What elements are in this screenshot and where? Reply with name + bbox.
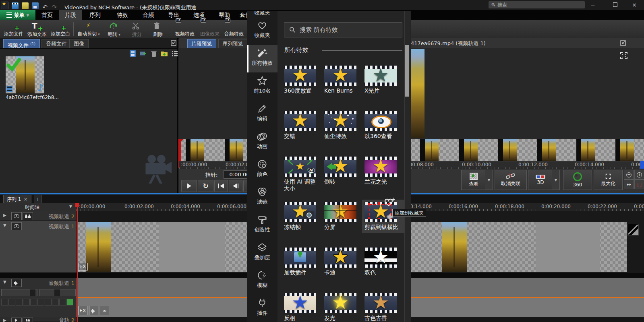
- sidebar-item-palette[interactable]: 颜色: [247, 156, 277, 184]
- sequence-tab[interactable]: 序列 1×: [3, 195, 31, 204]
- track-group-button[interactable]: [23, 318, 33, 322]
- playhead[interactable]: [77, 203, 78, 322]
- sidebar-item-motion[interactable]: 动画: [247, 128, 277, 156]
- tab-clip-preview[interactable]: 片段预览: [187, 39, 216, 48]
- effect-item[interactable]: ★发光: [324, 293, 363, 322]
- effect-item[interactable]: 以360查看: [364, 111, 403, 140]
- add-blank-button[interactable]: 添加空白: [49, 21, 72, 37]
- delete-button[interactable]: 删除: [148, 21, 168, 37]
- video-fx-button[interactable]: 视频特效: [173, 21, 197, 37]
- effect-item[interactable]: 加载插件: [284, 248, 323, 276]
- track-mute-button[interactable]: [11, 279, 22, 287]
- tab-sequence-preview[interactable]: 序列预览: [218, 39, 247, 48]
- audio-fx-button[interactable]: 音频特效: [222, 21, 246, 37]
- flip-button[interactable]: 翻转▾: [103, 21, 125, 37]
- tab-audio-files[interactable]: 音频文件: [41, 39, 71, 48]
- effect-item[interactable]: ★360度放置: [284, 66, 323, 94]
- track-mute-button[interactable]: [11, 318, 22, 322]
- collapse-icon[interactable]: ▼: [3, 223, 6, 227]
- sidebar-item-wand[interactable]: 所有特效: [247, 45, 277, 72]
- expand-icon[interactable]: ▶: [3, 213, 6, 217]
- add-favorite-heart-icon[interactable]: [383, 196, 396, 207]
- fx-badge[interactable]: FX: [78, 263, 88, 270]
- link-badge[interactable]: ∞: [100, 306, 109, 315]
- auto-cut-button[interactable]: ⚡︎ 自动剪切▾: [76, 21, 101, 37]
- new-project-icon[interactable]: [12, 2, 19, 9]
- menu-tab-home[interactable]: 首页: [39, 10, 56, 20]
- volume-slider[interactable]: [1, 289, 37, 296]
- add-sequence-button[interactable]: +: [34, 195, 42, 204]
- effect-item[interactable]: ★仙尘特效: [324, 111, 363, 140]
- menu-tab-sequence[interactable]: 序列: [87, 10, 104, 20]
- effect-item[interactable]: ★分屏: [324, 202, 363, 231]
- track-header-audio1[interactable]: ▼ 音频轨道 1: [0, 278, 77, 317]
- slider-knob[interactable]: [54, 289, 60, 296]
- effect-item[interactable]: ★兰花之光: [364, 157, 403, 185]
- split-button[interactable]: 拆分: [127, 21, 147, 37]
- fullscreen-icon[interactable]: [619, 51, 628, 60]
- 3d-dropdown[interactable]: ▼: [552, 170, 560, 190]
- effect-item[interactable]: ★Ken Burns: [324, 66, 363, 94]
- go-to-start-button[interactable]: [214, 180, 228, 192]
- track-header-video1[interactable]: ▼ 视频轨道 1: [0, 221, 77, 273]
- unlink-button[interactable]: 取消关联: [495, 170, 527, 190]
- sidebar-item-pencil[interactable]: 编辑: [247, 101, 277, 128]
- expand-icon[interactable]: ▶: [3, 318, 6, 322]
- fx-badge[interactable]: FX: [78, 306, 87, 315]
- sidebar-item-heart[interactable]: 收藏夹: [247, 17, 277, 45]
- play-button[interactable]: [181, 180, 197, 192]
- effect-item[interactable]: ★倒转: [324, 157, 363, 185]
- effect-item[interactable]: ★X光片: [364, 66, 403, 94]
- menu-button[interactable]: 菜单 ▼: [0, 10, 35, 20]
- timeline-ruler-header[interactable]: 时间轴 ▼: [0, 203, 77, 211]
- loop-button[interactable]: ↻: [198, 180, 213, 192]
- sidebar-item-star[interactable]: 前10名: [247, 73, 277, 100]
- open-project-icon[interactable]: [22, 2, 29, 9]
- view-dropdown[interactable]: ▼: [485, 170, 493, 190]
- fit-width-button[interactable]: ↔: [624, 180, 634, 189]
- trash-icon[interactable]: [150, 50, 159, 58]
- media-clip-thumbnail[interactable]: ♪: [6, 56, 44, 93]
- sidebar-item-plug[interactable]: 插件: [247, 295, 277, 322]
- add-text-button[interactable]: T 添加文本: [26, 21, 48, 37]
- zoom-out-button[interactable]: −: [624, 170, 634, 180]
- previous-frame-button[interactable]: [229, 180, 242, 192]
- add-file-button[interactable]: 添加文件: [2, 21, 25, 37]
- sidebar-item-brush[interactable]: 创造性: [247, 212, 277, 239]
- save-project-icon[interactable]: [32, 2, 39, 9]
- menu-tab-effects[interactable]: 特效: [114, 10, 131, 20]
- tab-video-files[interactable]: 视频文件 (1): [3, 39, 40, 48]
- undock-icon[interactable]: [620, 40, 626, 46]
- menu-tab-clip[interactable]: 片段: [59, 10, 82, 20]
- effects-search-input[interactable]: 搜索 所有特效: [284, 22, 402, 37]
- undock-icon[interactable]: [171, 40, 176, 46]
- image-fx-button[interactable]: 图像效果: [198, 21, 222, 37]
- trim-end-marker[interactable]: [640, 161, 644, 169]
- track-header-video2[interactable]: ▶ 视频轨道 2: [0, 211, 77, 221]
- export-clip-icon[interactable]: [139, 50, 148, 58]
- region-select-button[interactable]: [ ]: [634, 180, 644, 189]
- view-button[interactable]: 查看: [461, 170, 486, 190]
- track-group-button[interactable]: [23, 212, 33, 220]
- tab-images[interactable]: 图像: [69, 39, 89, 48]
- effect-item[interactable]: ★古色古香: [364, 293, 403, 322]
- speaker-badge[interactable]: [89, 306, 98, 315]
- sidebar-item-filter[interactable]: 滤镜: [247, 184, 277, 211]
- effect-item[interactable]: ★双色: [364, 248, 403, 276]
- list-view-icon[interactable]: [171, 50, 180, 58]
- effect-item[interactable]: ★交错: [284, 111, 323, 140]
- scrollbar-thumb[interactable]: [405, 45, 409, 97]
- maximize-button[interactable]: [608, 0, 622, 10]
- maximize-preview-button[interactable]: 最大化: [594, 170, 623, 190]
- 360-button[interactable]: 360: [563, 170, 592, 190]
- zoom-in-button[interactable]: +: [634, 170, 644, 180]
- menu-tab-audio[interactable]: 音频: [140, 10, 157, 20]
- track-header-audio2[interactable]: ▶ 音轨 2: [0, 317, 77, 322]
- collapse-icon[interactable]: ▼: [3, 280, 6, 284]
- pan-slider[interactable]: [39, 289, 76, 296]
- sidebar-item-layers[interactable]: 叠加层: [247, 239, 277, 267]
- track-visibility-button[interactable]: [11, 222, 22, 230]
- title-search-input[interactable]: 🔍︎ 搜索: [489, 1, 585, 8]
- effect-item[interactable]: ★冻结帧: [284, 202, 323, 231]
- track-visibility-button[interactable]: [11, 212, 22, 220]
